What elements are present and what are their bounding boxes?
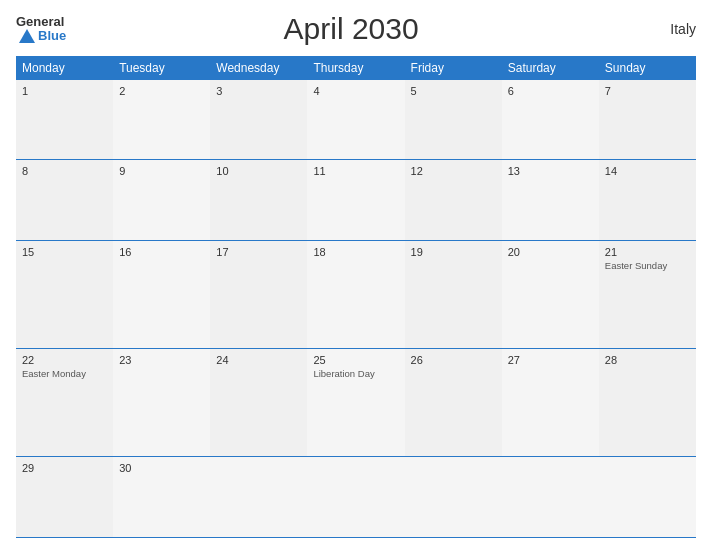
calendar-cell: 13 [502, 160, 599, 241]
calendar-cell: 3 [210, 80, 307, 160]
calendar-title: April 2030 [66, 12, 636, 46]
calendar-cell [405, 457, 502, 538]
calendar-cell: 6 [502, 80, 599, 160]
col-wednesday: Wednesday [210, 56, 307, 80]
calendar-cell: 15 [16, 240, 113, 348]
holiday-label: Easter Monday [22, 368, 107, 379]
day-number: 6 [508, 85, 593, 97]
calendar-header: General Blue April 2030 Italy [16, 12, 696, 46]
calendar-cell: 8 [16, 160, 113, 241]
day-number: 18 [313, 246, 398, 258]
day-number: 2 [119, 85, 204, 97]
holiday-label: Easter Sunday [605, 260, 690, 271]
day-number: 17 [216, 246, 301, 258]
day-number: 21 [605, 246, 690, 258]
calendar-cell: 2 [113, 80, 210, 160]
calendar-cell: 24 [210, 349, 307, 457]
calendar-cell: 25Liberation Day [307, 349, 404, 457]
calendar-cell [210, 457, 307, 538]
day-number: 1 [22, 85, 107, 97]
country-label: Italy [636, 21, 696, 37]
day-number: 30 [119, 462, 204, 474]
col-thursday: Thursday [307, 56, 404, 80]
calendar-cell: 11 [307, 160, 404, 241]
day-number: 23 [119, 354, 204, 366]
day-number: 4 [313, 85, 398, 97]
col-sunday: Sunday [599, 56, 696, 80]
day-number: 27 [508, 354, 593, 366]
calendar-cell: 1 [16, 80, 113, 160]
calendar-table: Monday Tuesday Wednesday Thursday Friday… [16, 56, 696, 538]
calendar-cell: 4 [307, 80, 404, 160]
day-number: 29 [22, 462, 107, 474]
calendar-cell: 10 [210, 160, 307, 241]
calendar-cell: 5 [405, 80, 502, 160]
day-number: 12 [411, 165, 496, 177]
calendar-cell: 14 [599, 160, 696, 241]
logo: General Blue [16, 15, 66, 44]
calendar-cell: 23 [113, 349, 210, 457]
day-number: 22 [22, 354, 107, 366]
day-number: 26 [411, 354, 496, 366]
logo-triangle-icon [19, 29, 35, 43]
calendar-week-row: 22Easter Monday232425Liberation Day26272… [16, 349, 696, 457]
calendar-cell: 9 [113, 160, 210, 241]
calendar-page: General Blue April 2030 Italy Monday Tue… [0, 0, 712, 550]
calendar-cell: 30 [113, 457, 210, 538]
day-number: 20 [508, 246, 593, 258]
calendar-cell: 26 [405, 349, 502, 457]
calendar-cell: 19 [405, 240, 502, 348]
calendar-week-row: 15161718192021Easter Sunday [16, 240, 696, 348]
col-friday: Friday [405, 56, 502, 80]
day-number: 9 [119, 165, 204, 177]
day-number: 28 [605, 354, 690, 366]
day-number: 8 [22, 165, 107, 177]
day-number: 19 [411, 246, 496, 258]
day-number: 10 [216, 165, 301, 177]
calendar-cell: 20 [502, 240, 599, 348]
col-saturday: Saturday [502, 56, 599, 80]
logo-blue: Blue [38, 29, 66, 43]
calendar-cell: 22Easter Monday [16, 349, 113, 457]
col-monday: Monday [16, 56, 113, 80]
day-number: 3 [216, 85, 301, 97]
calendar-cell: 18 [307, 240, 404, 348]
calendar-cell: 17 [210, 240, 307, 348]
calendar-cell: 29 [16, 457, 113, 538]
calendar-cell: 12 [405, 160, 502, 241]
calendar-week-row: 1234567 [16, 80, 696, 160]
calendar-cell [502, 457, 599, 538]
calendar-cell: 27 [502, 349, 599, 457]
day-number: 25 [313, 354, 398, 366]
logo-general: General [16, 14, 64, 29]
calendar-cell: 7 [599, 80, 696, 160]
day-number: 14 [605, 165, 690, 177]
calendar-cell: 28 [599, 349, 696, 457]
day-number: 13 [508, 165, 593, 177]
logo-text: General Blue [16, 15, 66, 44]
day-number: 15 [22, 246, 107, 258]
calendar-header-row: Monday Tuesday Wednesday Thursday Friday… [16, 56, 696, 80]
day-number: 11 [313, 165, 398, 177]
calendar-body: 123456789101112131415161718192021Easter … [16, 80, 696, 538]
day-number: 16 [119, 246, 204, 258]
calendar-cell [307, 457, 404, 538]
day-number: 5 [411, 85, 496, 97]
holiday-label: Liberation Day [313, 368, 398, 379]
col-tuesday: Tuesday [113, 56, 210, 80]
day-number: 7 [605, 85, 690, 97]
calendar-week-row: 2930 [16, 457, 696, 538]
calendar-cell [599, 457, 696, 538]
day-number: 24 [216, 354, 301, 366]
calendar-cell: 16 [113, 240, 210, 348]
calendar-cell: 21Easter Sunday [599, 240, 696, 348]
calendar-week-row: 891011121314 [16, 160, 696, 241]
